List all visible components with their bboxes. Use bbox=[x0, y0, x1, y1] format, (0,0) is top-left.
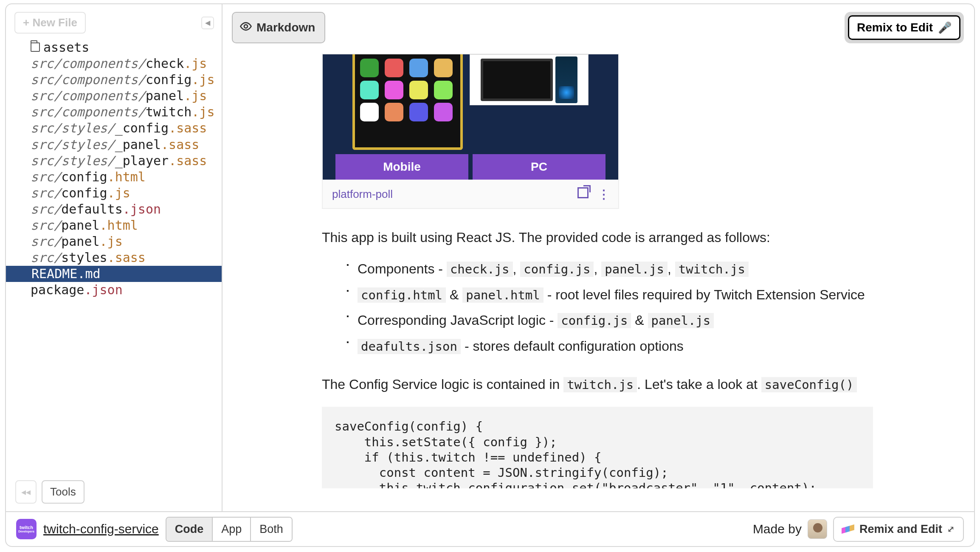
app-frame: + New File ◀ assetssrc/components/check.… bbox=[5, 3, 975, 547]
file-row[interactable]: src/components/config.js bbox=[6, 72, 222, 88]
glitch-logo-icon bbox=[842, 524, 854, 534]
sidebar-top: + New File ◀ bbox=[6, 12, 222, 38]
more-icon: ⋮ bbox=[598, 187, 609, 201]
view-segmented-control: CodeAppBoth bbox=[166, 517, 293, 542]
list-item: Corresponding JavaScript logic - config.… bbox=[346, 310, 873, 330]
file-sidebar: + New File ◀ assetssrc/components/check.… bbox=[6, 4, 222, 511]
view-tab-app[interactable]: App bbox=[213, 518, 251, 541]
popout-icon bbox=[577, 187, 589, 198]
poll-mobile-button: Mobile bbox=[335, 154, 468, 180]
rewind-button[interactable]: ◂◂ bbox=[15, 480, 37, 504]
view-tab-both[interactable]: Both bbox=[251, 518, 292, 541]
remix-to-edit-button[interactable]: Remix to Edit 🎤 bbox=[848, 15, 960, 40]
code-block: saveConfig(config) { this.setState({ con… bbox=[322, 407, 873, 488]
twitch-dev-badge-icon: twitchDevelopers bbox=[16, 519, 37, 539]
file-row[interactable]: src/styles/_panel.sass bbox=[6, 137, 222, 153]
expand-icon: ⤢ bbox=[947, 526, 955, 532]
main-area: + New File ◀ assetssrc/components/check.… bbox=[6, 4, 974, 511]
document-body: Mobile PC platform-poll ⋮ This app is bu… bbox=[222, 43, 974, 511]
file-row[interactable]: src/styles.sass bbox=[6, 250, 222, 266]
wand-icon: 🎤 bbox=[938, 21, 952, 34]
list-item: config.html & panel.html - root level fi… bbox=[346, 285, 873, 304]
content-pane: Markdown Remix to Edit 🎤 bbox=[222, 4, 974, 511]
file-row[interactable]: src/components/twitch.js bbox=[6, 104, 222, 120]
file-row[interactable]: assets bbox=[6, 39, 222, 56]
bottom-left: twitchDevelopers twitch-config-service C… bbox=[16, 517, 293, 542]
file-row[interactable]: src/styles/_player.sass bbox=[6, 153, 222, 169]
file-row[interactable]: src/config.js bbox=[6, 185, 222, 201]
sidebar-bottom: ◂◂ Tools bbox=[6, 473, 222, 511]
preview-graphic bbox=[323, 54, 618, 150]
bottom-bar: twitchDevelopers twitch-config-service C… bbox=[6, 511, 974, 546]
markdown-toggle-label: Markdown bbox=[256, 21, 315, 34]
file-row[interactable]: src/panel.js bbox=[6, 234, 222, 250]
list-item: deafults.json - stores default configura… bbox=[346, 336, 873, 356]
poll-pc-button: PC bbox=[473, 154, 605, 180]
author-avatar[interactable] bbox=[808, 519, 827, 539]
phone-mockup bbox=[352, 54, 463, 150]
svg-point-0 bbox=[244, 25, 248, 28]
file-row[interactable]: README.md bbox=[6, 266, 222, 282]
tools-button[interactable]: Tools bbox=[42, 480, 84, 504]
file-row[interactable]: src/panel.html bbox=[6, 217, 222, 234]
file-row[interactable]: src/components/check.js bbox=[6, 56, 222, 72]
remix-and-edit-label: Remix and Edit bbox=[859, 523, 942, 536]
content-header: Markdown Remix to Edit 🎤 bbox=[222, 4, 974, 43]
eye-icon bbox=[239, 20, 252, 36]
extension-preview-card: Mobile PC platform-poll ⋮ bbox=[322, 54, 619, 209]
doc-paragraph: This app is built using React JS. The pr… bbox=[322, 228, 873, 247]
view-tab-code[interactable]: Code bbox=[166, 518, 213, 541]
made-by-label: Made by bbox=[753, 522, 802, 536]
pc-mockup bbox=[470, 54, 589, 105]
remix-to-edit-label: Remix to Edit bbox=[857, 21, 933, 34]
file-list: assetssrc/components/check.jssrc/compone… bbox=[6, 38, 222, 473]
bottom-right: Made by Remix and Edit ⤢ bbox=[753, 517, 964, 542]
doc-list: Components - check.js, config.js, panel.… bbox=[346, 259, 873, 356]
preview-card-label: platform-poll bbox=[332, 188, 393, 201]
file-row[interactable]: package.json bbox=[6, 282, 222, 298]
file-row[interactable]: src/styles/_config.sass bbox=[6, 120, 222, 136]
remix-and-edit-button[interactable]: Remix and Edit ⤢ bbox=[833, 517, 964, 542]
file-row[interactable]: src/config.html bbox=[6, 169, 222, 185]
doc-paragraph: The Config Service logic is contained in… bbox=[322, 375, 873, 394]
preview-card-footer: platform-poll ⋮ bbox=[323, 180, 618, 205]
file-row[interactable]: src/defaults.json bbox=[6, 201, 222, 217]
remix-button-wrap: Remix to Edit 🎤 bbox=[845, 12, 964, 43]
collapse-sidebar-button[interactable]: ◀ bbox=[201, 17, 214, 29]
poll-buttons: Mobile PC bbox=[323, 150, 618, 180]
new-file-button[interactable]: + New File bbox=[14, 12, 86, 34]
file-row[interactable]: src/components/panel.js bbox=[6, 88, 222, 104]
list-item: Components - check.js, config.js, panel.… bbox=[346, 259, 873, 279]
markdown-toggle-button[interactable]: Markdown bbox=[232, 12, 325, 43]
folder-icon bbox=[31, 42, 40, 52]
project-name-link[interactable]: twitch-config-service bbox=[43, 522, 159, 536]
